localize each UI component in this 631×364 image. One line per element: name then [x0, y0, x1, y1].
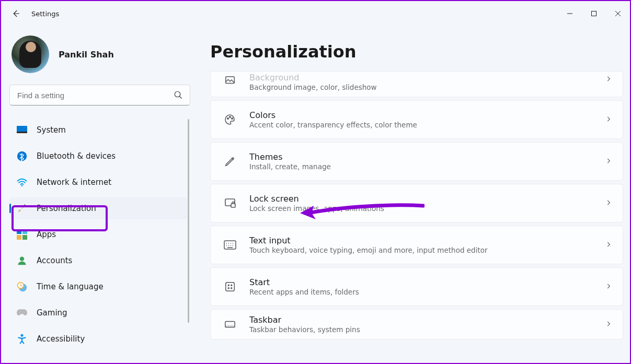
palette-icon — [223, 113, 237, 126]
window-title: Settings — [31, 10, 59, 18]
svg-rect-7 — [17, 229, 21, 234]
chevron-right-icon — [605, 75, 612, 85]
card-subtitle: Install, create, manage — [249, 162, 605, 171]
card-colors[interactable]: Colors Accent color, transparency effect… — [210, 100, 623, 139]
card-subtitle: Taskbar behaviors, system pins — [249, 325, 605, 334]
svg-rect-9 — [17, 235, 21, 240]
svg-point-14 — [21, 334, 24, 337]
sidebar-item-label: Personalization — [37, 204, 96, 213]
sidebar-item-system[interactable]: System — [9, 119, 187, 141]
search-input[interactable] — [9, 85, 190, 105]
paintbrush-icon — [17, 203, 27, 214]
sidebar-item-label: Network & internet — [37, 178, 111, 187]
svg-point-23 — [228, 285, 229, 286]
sidebar-item-time-language[interactable]: Time & language — [9, 276, 187, 298]
avatar — [12, 36, 49, 73]
svg-rect-8 — [22, 229, 27, 234]
sidebar-item-network[interactable]: Network & internet — [9, 171, 187, 193]
sidebar-item-bluetooth[interactable]: Bluetooth & devices — [9, 145, 187, 167]
card-subtitle: Background image, color, slideshow — [249, 83, 605, 91]
svg-point-18 — [232, 118, 233, 119]
minimize-button[interactable] — [558, 4, 582, 23]
chevron-right-icon — [605, 115, 612, 125]
sidebar-item-label: Gaming — [37, 308, 67, 318]
close-button[interactable] — [606, 4, 630, 23]
sidebar-item-personalization[interactable]: Personalization — [9, 197, 187, 219]
nav-list: System Bluetooth & devices Network & int… — [9, 119, 189, 350]
svg-rect-10 — [22, 235, 27, 240]
sidebar-item-label: Time & language — [37, 282, 104, 291]
svg-point-25 — [228, 288, 229, 289]
titlebar: Settings — [1, 1, 630, 26]
taskbar-icon — [223, 320, 237, 328]
chevron-right-icon — [605, 198, 612, 208]
chevron-right-icon — [605, 240, 612, 250]
main-content: Personalization Background Background im… — [189, 26, 630, 363]
back-button[interactable] — [10, 8, 21, 19]
sidebar-item-apps[interactable]: Apps — [9, 224, 187, 245]
card-subtitle: Accent color, transparency effects, colo… — [249, 121, 605, 129]
sidebar-item-accessibility[interactable]: Accessibility — [9, 328, 187, 350]
svg-rect-28 — [225, 325, 235, 327]
search-icon — [174, 90, 183, 100]
card-subtitle: Recent apps and items, folders — [249, 288, 605, 296]
card-title: Themes — [249, 152, 605, 162]
wifi-icon — [17, 177, 27, 187]
bluetooth-icon — [17, 151, 27, 161]
lock-monitor-icon — [223, 197, 237, 209]
chevron-right-icon — [605, 157, 612, 167]
card-subtitle: Lock screen images, apps, animations — [249, 204, 605, 213]
pen-icon — [223, 156, 237, 167]
system-icon — [17, 125, 27, 135]
apps-icon — [17, 229, 27, 240]
card-title: Lock screen — [249, 194, 605, 204]
svg-point-6 — [21, 185, 23, 186]
chevron-right-icon — [605, 320, 612, 330]
keyboard-icon — [223, 240, 237, 250]
svg-rect-22 — [226, 283, 235, 291]
card-title: Start — [249, 277, 605, 287]
sidebar-item-label: Apps — [37, 230, 56, 239]
svg-point-24 — [231, 285, 232, 286]
scrollbar[interactable] — [188, 119, 189, 323]
clock-globe-icon — [17, 281, 27, 292]
start-grid-icon — [223, 281, 237, 292]
card-lock-screen[interactable]: Lock screen Lock screen images, apps, an… — [210, 184, 623, 222]
card-title: Taskbar — [249, 315, 605, 325]
svg-rect-1 — [592, 11, 596, 16]
user-name: Pankil Shah — [59, 50, 114, 60]
image-icon — [223, 75, 237, 86]
svg-point-2 — [175, 91, 180, 97]
svg-point-5 — [17, 151, 27, 161]
card-taskbar[interactable]: Taskbar Taskbar behaviors, system pins — [210, 309, 623, 339]
window-controls — [558, 4, 630, 23]
page-title: Personalization — [210, 42, 622, 62]
accessibility-icon — [17, 334, 27, 344]
sidebar-item-label: Bluetooth & devices — [37, 151, 116, 161]
card-subtitle: Touch keyboard, voice typing, emoji and … — [249, 246, 605, 254]
card-title: Background — [249, 73, 605, 83]
svg-point-17 — [230, 116, 231, 118]
sidebar-item-gaming[interactable]: Gaming — [9, 302, 187, 324]
maximize-button[interactable] — [582, 4, 606, 23]
svg-point-11 — [20, 257, 24, 261]
sidebar-item-label: System — [37, 125, 66, 135]
sidebar-item-label: Accessibility — [37, 334, 85, 344]
card-title: Colors — [249, 110, 605, 120]
card-themes[interactable]: Themes Install, create, manage — [210, 142, 623, 181]
card-text-input[interactable]: Text input Touch keyboard, voice typing,… — [210, 226, 623, 264]
user-profile[interactable]: Pankil Shah — [9, 36, 189, 73]
chevron-right-icon — [605, 282, 612, 292]
settings-cards: Background Background image, color, slid… — [210, 71, 622, 339]
svg-rect-15 — [226, 77, 235, 84]
svg-point-26 — [231, 288, 232, 289]
svg-rect-20 — [231, 204, 235, 207]
svg-rect-4 — [17, 132, 27, 133]
svg-point-16 — [227, 118, 228, 119]
person-icon — [17, 255, 27, 266]
sidebar-item-label: Accounts — [37, 256, 72, 265]
sidebar-item-accounts[interactable]: Accounts — [9, 250, 187, 272]
sidebar: Pankil Shah System Bluetooth & devices — [1, 26, 189, 363]
card-background[interactable]: Background Background image, color, slid… — [210, 71, 623, 97]
card-start[interactable]: Start Recent apps and items, folders — [210, 267, 623, 306]
